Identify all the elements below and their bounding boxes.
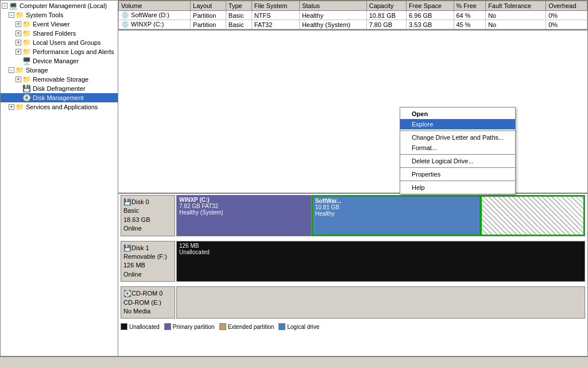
sidebar-item-services-apps[interactable]: + 📁 Services and Applications: [1, 102, 118, 112]
sidebar: - 💻 Computer Management (Local) - 📁 Syst…: [1, 1, 118, 356]
sidebar-label-defrag: Disk Defragmenter: [33, 85, 86, 92]
expand-icon[interactable]: -: [2, 3, 7, 9]
folder-icon-shared: 📁: [22, 29, 31, 37]
cell-volume: 💿 WINXP (C:): [119, 20, 191, 29]
volume-table: Volume Layout Type File System Status Ca…: [118, 1, 587, 29]
expand-icon-services[interactable]: +: [9, 104, 14, 110]
cell-faulttol: No: [486, 20, 546, 29]
disk0-type: Basic: [123, 206, 172, 215]
volume-table-section: Volume Layout Type File System Status Ca…: [118, 1, 587, 30]
sidebar-item-removable[interactable]: + 📁 Removable Storage: [1, 75, 118, 84]
cell-fs: FAT32: [252, 20, 299, 29]
cell-pctfree: 45 %: [454, 20, 486, 29]
col-pctfree[interactable]: % Free: [454, 1, 486, 11]
sidebar-item-system-tools[interactable]: - 📁 System Tools: [1, 10, 118, 20]
folder-icon-event: 📁: [22, 20, 31, 28]
expand-icon-shared[interactable]: +: [16, 30, 21, 36]
cell-status: Healthy: [299, 11, 366, 20]
table-row[interactable]: 💿 SoftWare (D:) Partition Basic NTFS Hea…: [119, 11, 587, 20]
context-menu-explore[interactable]: Explore: [400, 119, 515, 129]
sidebar-item-perf-logs[interactable]: + 📁 Performance Logs and Alerts: [1, 47, 118, 56]
cell-freespace: 6.96 GB: [407, 11, 454, 20]
winxp-status: Healthy (System): [179, 209, 223, 216]
icon-device: 🖥️: [22, 57, 31, 65]
col-filesystem[interactable]: File System: [252, 1, 299, 11]
col-capacity[interactable]: Capacity: [366, 1, 406, 11]
col-faulttol[interactable]: Fault Tolerance: [486, 1, 546, 11]
col-layout[interactable]: Layout: [191, 1, 226, 11]
main-window: - 💻 Computer Management (Local) - 📁 Syst…: [0, 0, 588, 356]
cdrom-name: 💽CD-ROM 0: [123, 289, 172, 298]
partition-softw[interactable]: SoftWar... 10.81 GB Healthy: [312, 195, 481, 236]
disk1-partitions: 126 MB Unallocated: [176, 241, 585, 282]
partition-hatch[interactable]: [481, 195, 585, 236]
sidebar-item-disk-management[interactable]: 💽 Disk Management: [1, 93, 118, 102]
softw-size: 10.81 GB: [315, 204, 342, 210]
legend-box-logical: [278, 323, 285, 330]
partition-softw-info: SoftWar... 10.81 GB Healthy: [315, 198, 342, 217]
sidebar-item-local-users[interactable]: + 📁 Local Users and Groups: [1, 38, 118, 47]
sidebar-item-device-manager[interactable]: 🖥️ Device Manager: [1, 56, 118, 66]
expand-icon-system[interactable]: -: [9, 12, 14, 18]
sidebar-label-device-manager: Device Manager: [33, 57, 79, 64]
folder-icon-services: 📁: [16, 103, 24, 111]
sidebar-item-computer-management[interactable]: - 💻 Computer Management (Local): [1, 1, 118, 10]
expand-icon-event[interactable]: +: [16, 21, 21, 27]
partition-winxp[interactable]: WINXP (C:) 7.82 GB FAT32 Healthy (System…: [177, 195, 312, 236]
unalloc-info: 126 MB Unallocated: [179, 243, 210, 255]
disk0-partitions: WINXP (C:) 7.82 GB FAT32 Healthy (System…: [176, 195, 585, 236]
table-row[interactable]: 💿 WINXP (C:) Partition Basic FAT32 Healt…: [119, 20, 587, 29]
col-type[interactable]: Type: [226, 1, 252, 11]
status-bar: [0, 356, 588, 368]
disk-row-0: 💾Disk 0 Basic 18.63 GB Online WINXP (C:)…: [118, 194, 587, 237]
sidebar-item-shared-folders[interactable]: + 📁 Shared Folders: [1, 29, 118, 38]
sidebar-item-event-viewer[interactable]: + 📁 Event Viewer: [1, 20, 118, 29]
expand-icon-storage[interactable]: -: [9, 67, 14, 73]
legend-logical: Logical drive: [278, 323, 319, 330]
context-menu-open[interactable]: Open: [400, 109, 515, 119]
col-freespace[interactable]: Free Space: [407, 1, 454, 11]
disk0-status: Online: [123, 224, 172, 233]
sidebar-label-disk-management: Disk Management: [33, 94, 84, 101]
sidebar-label-services: Services and Applications: [26, 103, 98, 110]
col-overhead[interactable]: Overhead: [546, 1, 587, 11]
partition-unalloc[interactable]: 126 MB Unallocated: [177, 241, 585, 282]
expand-icon-local[interactable]: +: [16, 40, 21, 45]
legend-label-unalloc: Unallocated: [129, 324, 160, 330]
folder-icon-perf: 📁: [22, 48, 31, 56]
cell-volume: 💿 SoftWare (D:): [119, 11, 191, 20]
col-volume[interactable]: Volume: [119, 1, 191, 11]
context-menu-properties[interactable]: Properties: [400, 169, 515, 179]
folder-icon-local: 📁: [22, 39, 31, 47]
sidebar-label-storage: Storage: [26, 67, 48, 74]
cell-faulttol: No: [486, 11, 546, 20]
folder-icon-system: 📁: [16, 11, 24, 19]
expand-icon-removable[interactable]: +: [16, 76, 21, 82]
cdrom-status: No Media: [123, 307, 172, 316]
legend-box-unalloc: [121, 323, 127, 330]
expand-icon-perf[interactable]: +: [16, 49, 21, 55]
winxp-size: 7.82 GB FAT32: [179, 203, 223, 209]
sidebar-item-defrag[interactable]: 💾 Disk Defragmenter: [1, 84, 118, 93]
context-menu-format[interactable]: Format...: [400, 143, 515, 153]
disk-row-1: 💾Disk 1 Removable (F:) 126 MB Online 126…: [118, 240, 587, 283]
softw-status: Healthy: [315, 210, 342, 217]
sidebar-item-storage[interactable]: - 📁 Storage: [1, 66, 118, 75]
softw-name: SoftWar...: [315, 198, 342, 204]
context-menu: Open Explore Change Drive Letter and Pat…: [400, 107, 516, 194]
context-menu-delete-logical[interactable]: Delete Logical Drive...: [400, 156, 515, 166]
cell-overhead: 0%: [546, 20, 587, 29]
context-menu-change-letter[interactable]: Change Drive Letter and Paths...: [400, 132, 515, 143]
cell-capacity: 7.80 GB: [366, 20, 406, 29]
cell-capacity: 10.81 GB: [366, 11, 406, 20]
context-menu-help[interactable]: Help: [400, 182, 515, 193]
legend-primary: Primary partition: [164, 323, 215, 330]
cell-freespace: 3.53 GB: [407, 20, 454, 29]
disk1-type: Removable (F:): [123, 252, 172, 261]
disk-icon: 💿: [121, 21, 129, 28]
cell-type: Basic: [226, 20, 252, 29]
cell-overhead: 0%: [546, 11, 587, 20]
cell-type: Basic: [226, 11, 252, 20]
col-status[interactable]: Status: [299, 1, 366, 11]
legend-label-primary: Primary partition: [173, 324, 215, 330]
